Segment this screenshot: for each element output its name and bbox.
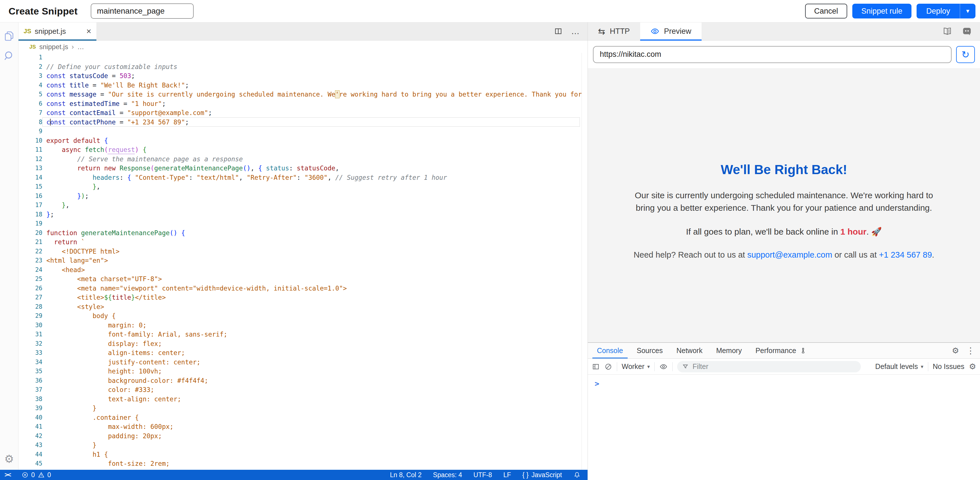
code-line[interactable]: 43 } — [19, 440, 582, 450]
code-line[interactable]: 13 return new Response(generateMaintenan… — [19, 163, 582, 173]
support-email-link[interactable]: support@example.com — [748, 250, 832, 259]
code-line[interactable]: 42 padding: 20px; — [19, 431, 582, 441]
line-number: 15 — [19, 182, 42, 192]
deploy-dropdown-button[interactable]: ▾ — [960, 4, 975, 19]
code-line[interactable]: 33 align-items: center; — [19, 348, 582, 358]
console-sidebar-icon[interactable] — [592, 363, 600, 371]
tab-snippet-js[interactable]: JS snippet.js × — [19, 22, 96, 40]
tab-preview[interactable]: Preview — [640, 22, 702, 40]
funnel-icon — [682, 364, 689, 370]
settings-gear-icon[interactable]: ⚙ — [0, 450, 18, 467]
code-line[interactable]: 19 — [19, 219, 582, 228]
code-line[interactable]: 7const contactEmail = "support@example.c… — [19, 108, 582, 117]
tab-http[interactable]: ⇆ HTTP — [588, 22, 640, 40]
phone-link[interactable]: +1 234 567 89 — [879, 250, 932, 259]
code-line[interactable]: 17 }, — [19, 201, 582, 210]
live-expression-eye-icon[interactable] — [659, 363, 668, 371]
code-line[interactable]: 10export default { — [19, 136, 582, 146]
code-line[interactable]: 15 }, — [19, 182, 582, 192]
problems-status[interactable]: 0 0 — [22, 471, 51, 479]
remote-indicator-icon[interactable]: >< — [0, 471, 17, 478]
code-line[interactable]: 32 display: flex; — [19, 339, 582, 349]
snippet-name-input[interactable] — [91, 3, 194, 19]
code-line[interactable]: 28 <style> — [19, 302, 582, 312]
deploy-button[interactable]: Deploy — [916, 4, 960, 19]
code-line[interactable]: 29 body { — [19, 311, 582, 321]
tab-sources[interactable]: Sources — [630, 343, 670, 358]
code-line[interactable]: 23<html lang="en"> — [19, 256, 582, 265]
cursor-position[interactable]: Ln 8, Col 2 — [390, 471, 422, 479]
code-line[interactable]: 14 headers: { "Content-Type": "text/html… — [19, 173, 582, 182]
code-line[interactable]: 1 — [19, 53, 582, 62]
code-line[interactable]: 44 h1 { — [19, 450, 582, 459]
code-line[interactable]: 24 <head> — [19, 265, 582, 275]
code-line[interactable]: 35 height: 100vh; — [19, 367, 582, 376]
tab-network[interactable]: Network — [670, 343, 709, 358]
indentation[interactable]: Spaces: 4 — [433, 471, 462, 479]
code-line[interactable]: 38 text-align: center; — [19, 394, 582, 404]
line-number: 45 — [19, 459, 42, 468]
tab-performance[interactable]: Performance — [749, 343, 813, 358]
deploy-split-button: Deploy ▾ — [916, 4, 975, 19]
line-number: 11 — [19, 145, 42, 155]
code-line[interactable]: 18}; — [19, 210, 582, 219]
reload-button[interactable]: ↻ — [956, 46, 975, 63]
code-line[interactable]: 26 <meta name="viewport" content="width=… — [19, 284, 582, 293]
code-line[interactable]: 41 max-width: 600px; — [19, 422, 582, 431]
docs-book-icon[interactable] — [942, 27, 952, 36]
devtools-settings-icon[interactable]: ⚙ — [952, 347, 959, 355]
files-icon[interactable] — [0, 26, 18, 46]
code-line[interactable]: 5const message = "Our site is currently … — [19, 90, 582, 99]
code-editor[interactable]: 12// Define your customizable inputs3con… — [19, 53, 582, 480]
code-line[interactable]: 40 .container { — [19, 413, 582, 422]
code-line[interactable]: 27 <title>${title}</title> — [19, 293, 582, 302]
code-line[interactable]: 30 margin: 0; — [19, 321, 582, 330]
issues-counter[interactable]: No Issues — [933, 363, 964, 371]
console-filter-input[interactable]: Filter — [677, 361, 861, 372]
kebab-menu-icon[interactable]: ⋮ — [966, 347, 975, 355]
language-mode[interactable]: { } JavaScript — [522, 471, 562, 479]
breadcrumb-file[interactable]: snippet.js — [39, 43, 68, 51]
tab-console[interactable]: Console — [590, 343, 630, 358]
breadcrumb[interactable]: JS snippet.js › … — [19, 41, 598, 53]
discord-icon[interactable] — [962, 26, 972, 36]
code-line[interactable]: 31 font-family: Arial, sans-serif; — [19, 330, 582, 339]
code-line[interactable]: 21 return ` — [19, 238, 582, 247]
code-line[interactable]: 37 color: #333; — [19, 385, 582, 394]
code-line[interactable]: 45 font-size: 2rem; — [19, 459, 582, 468]
code-line[interactable]: 36 background-color: #f4f4f4; — [19, 376, 582, 385]
code-line[interactable]: 39 } — [19, 404, 582, 413]
snippet-rule-button[interactable]: Snippet rule — [852, 4, 912, 19]
eol-sequence[interactable]: LF — [503, 471, 511, 479]
code-line[interactable]: 11 async fetch(request) { — [19, 145, 582, 155]
encoding[interactable]: UTF-8 — [474, 471, 492, 479]
code-line[interactable]: 3const statusCode = 503; — [19, 71, 582, 81]
code-line[interactable]: 20function generateMaintenancePage() { — [19, 228, 582, 238]
clear-console-icon[interactable] — [605, 363, 612, 371]
split-editor-icon[interactable] — [554, 27, 563, 35]
code-line[interactable]: 4const title = "We'll Be Right Back!"; — [19, 81, 582, 90]
code-line[interactable]: 22 <!DOCTYPE html> — [19, 247, 582, 256]
cancel-button[interactable]: Cancel — [805, 4, 847, 19]
tab-memory[interactable]: Memory — [709, 343, 749, 358]
breadcrumb-more[interactable]: … — [77, 43, 84, 51]
log-levels-dropdown[interactable]: Default levels ▾ — [875, 363, 923, 371]
code-line[interactable]: 16 }); — [19, 192, 582, 201]
search-icon[interactable] — [0, 46, 18, 66]
console-settings-icon[interactable]: ⚙ — [969, 363, 976, 371]
code-line[interactable]: 25 <meta charset="UTF-8"> — [19, 274, 582, 284]
console-messages[interactable]: > — [588, 375, 980, 388]
code-line[interactable]: 9 — [19, 127, 582, 136]
code-line[interactable]: 34 justify-content: center; — [19, 358, 582, 367]
code-line[interactable]: 2// Define your customizable inputs — [19, 62, 582, 71]
code-line[interactable]: 6const estimatedTime = "1 hour"; — [19, 99, 582, 108]
panel-divider[interactable] — [587, 22, 588, 480]
close-icon[interactable]: × — [86, 27, 91, 35]
code-line[interactable]: 8const contactPhone = "+1 234 567 89"; — [19, 117, 582, 127]
bell-icon[interactable] — [573, 471, 581, 478]
url-input[interactable] — [593, 46, 951, 63]
maintenance-eta: If all goes to plan, we'll be back onlin… — [626, 227, 942, 237]
context-selector[interactable]: Worker ▾ — [622, 363, 650, 371]
more-actions-icon[interactable]: … — [571, 27, 580, 36]
code-line[interactable]: 12 // Serve the maintenance page as a re… — [19, 155, 582, 164]
